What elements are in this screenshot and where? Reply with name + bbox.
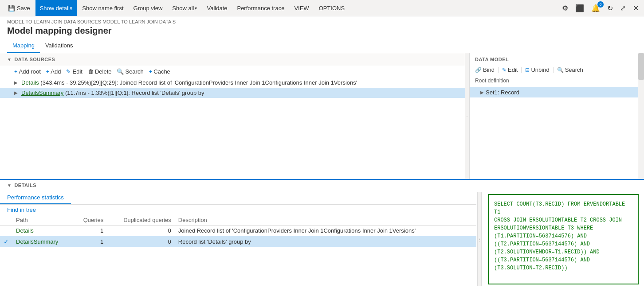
show-details-button[interactable]: Show details (35, 0, 77, 16)
tree-item[interactable]: ▶ Details (343.4ms - 39.25%)[29][Q:29]: … (0, 78, 465, 88)
col-check (0, 215, 12, 226)
path-link-details-summary[interactable]: DetailsSummary (16, 238, 58, 245)
performance-stats-tab[interactable]: Performance statistics (0, 191, 71, 204)
edit-icon: ✎ (66, 68, 71, 75)
validate-button[interactable]: Validate (202, 0, 232, 16)
tab-validations[interactable]: Validations (40, 39, 79, 53)
path-link-details[interactable]: Details (16, 227, 34, 234)
row2-dup: 0 (107, 236, 175, 247)
options-label: OPTIONS (319, 5, 345, 12)
app-wrapper: 💾 Save Show details Show name first Grou… (0, 0, 644, 288)
refresh-button[interactable]: ↻ (605, 3, 615, 13)
datasources-section-header: ▼ DATA SOURCES (0, 53, 465, 66)
sql-panel: SELECT COUNT(T3.RECID) FROM ERVENDORTABL… (488, 194, 639, 284)
root-definition: Root definition (470, 76, 638, 86)
dm-edit-button[interactable]: ✎ Edit (502, 66, 518, 74)
details-label: DETAILS (14, 183, 36, 188)
find-in-tree-link[interactable]: Find in tree (7, 206, 36, 213)
panel-drag-handle[interactable]: ⋮ (465, 53, 469, 179)
group-view-button[interactable]: Group view (129, 0, 167, 16)
tabs: Mapping Validations (0, 39, 644, 53)
check-icon: ✓ (4, 238, 9, 245)
delete-button[interactable]: 🗑 Delete (88, 67, 112, 76)
data-model-toolbar: 🔗 Bind ✎ Edit ⊟ Unbind (470, 64, 638, 76)
cache-button[interactable]: + Cache (149, 67, 170, 76)
group-view-label: Group view (134, 5, 163, 12)
view-button[interactable]: VIEW (290, 0, 313, 16)
options-button[interactable]: OPTIONS (314, 0, 349, 16)
row1-dup: 0 (107, 226, 175, 236)
details-collapse-icon[interactable]: ▼ (7, 183, 12, 188)
right-scrollbar (638, 53, 644, 179)
tree-item-text: Details (343.4ms - 39.25%)[29][Q:29]: Jo… (21, 79, 357, 86)
settings-icon-button[interactable]: ⚙ (560, 3, 570, 13)
details-inner-content: Performance statistics Find in tree (0, 191, 644, 288)
left-panel: ▼ DATA SOURCES + Add root + Add (0, 53, 465, 179)
details-drag-dots-icon: ⋮ (477, 237, 482, 242)
show-name-first-label: Show name first (82, 5, 123, 12)
table-row-selected[interactable]: ✓ DetailsSummary 1 0 Record list 'Detail… (0, 236, 476, 247)
save-label: Save (17, 5, 30, 12)
toolbar: 💾 Save Show details Show name first Grou… (0, 0, 644, 16)
save-button[interactable]: 💾 Save (4, 0, 35, 16)
add-icon: + (46, 68, 50, 75)
performance-trace-button[interactable]: Performance trace (232, 0, 289, 16)
search-button[interactable]: 🔍 Search (117, 67, 143, 76)
edit-button[interactable]: ✎ Edit (66, 67, 82, 76)
find-in-tree-area: Find in tree (0, 205, 476, 215)
unbind-icon: ⊟ (525, 67, 530, 73)
add-button[interactable]: + Add (46, 67, 61, 76)
drag-dots-icon: ⋮ (465, 114, 469, 119)
scrollbar-thumb[interactable] (638, 53, 644, 80)
tree-expand-icon-2[interactable]: ▶ (14, 90, 20, 95)
save-icon: 💾 (8, 5, 15, 12)
data-model-header: DATA MODEL (470, 53, 638, 64)
toolbar-separator-3 (553, 67, 554, 73)
dm-tree-expand-icon[interactable]: ▶ (480, 90, 484, 95)
view-label: VIEW (294, 5, 309, 12)
add-root-icon: + (14, 68, 18, 75)
bind-icon: 🔗 (475, 67, 482, 73)
expand-button[interactable]: ⤢ (618, 3, 628, 13)
show-name-first-button[interactable]: Show name first (78, 0, 128, 16)
table-header-row: Path Queries Duplicated queries (0, 215, 476, 226)
show-all-button[interactable]: Show all ▾ (168, 0, 201, 16)
datasources-toggle[interactable]: ▼ (7, 57, 12, 62)
datasource-toolbar: + Add root + Add ✎ Edit 🗑 (0, 66, 465, 78)
validate-label: Validate (207, 5, 227, 12)
tab-mapping[interactable]: Mapping (7, 39, 40, 53)
row1-queries: 1 (73, 226, 107, 236)
details-header: ▼ DETAILS (0, 180, 644, 191)
notification-count: 0 (597, 1, 604, 8)
row1-path: Details (12, 226, 73, 236)
details-drag-handle[interactable]: ⋮ (477, 192, 482, 286)
unbind-button[interactable]: ⊟ Unbind (525, 66, 549, 74)
dm-tree-item-label: Set1: Record (486, 89, 519, 96)
page-title: Model mapping designer (0, 25, 644, 39)
close-button[interactable]: ✕ (631, 3, 640, 13)
data-model-tree-item[interactable]: ▶ Set1: Record (470, 87, 638, 97)
tree-expand-icon[interactable]: ▶ (14, 80, 20, 85)
row2-path: DetailsSummary (12, 236, 73, 247)
body-area: MODEL TO LEARN JOIN DATA SOURCES MODEL T… (0, 16, 644, 288)
row2-check: ✓ (0, 236, 12, 247)
tree-area: ▶ Details (343.4ms - 39.25%)[29][Q:29]: … (0, 78, 465, 179)
data-model-panel: DATA MODEL 🔗 Bind ✎ Edit (469, 53, 638, 179)
office-icon-button[interactable]: ⬛ (573, 3, 586, 13)
show-all-chevron-icon: ▾ (195, 6, 197, 11)
performance-table: Path Queries Duplicated queries (0, 215, 476, 247)
search-icon: 🔍 (117, 68, 124, 75)
toolbar-right-icons: ⚙ ⬛ 🔔 0 ↻ ⤢ ✕ (560, 3, 640, 13)
bind-button[interactable]: 🔗 Bind (475, 66, 495, 74)
tree-item-selected[interactable]: ▶ DetailsSummary (11.7ms - 1.33%)[1][Q:1… (0, 88, 465, 98)
table-row[interactable]: Details 1 0 Joined Record list of 'Confi… (0, 226, 476, 236)
toolbar-separator (498, 67, 499, 73)
row2-queries: 1 (73, 236, 107, 247)
show-details-label: Show details (40, 5, 73, 12)
datasources-label: DATA SOURCES (14, 57, 55, 62)
add-root-button[interactable]: + Add root (14, 67, 41, 76)
details-left-panel: Performance statistics Find in tree (0, 191, 476, 288)
dm-search-button[interactable]: 🔍 Search (557, 66, 583, 74)
notification-badge: 🔔 0 (589, 3, 602, 13)
col-dup-queries: Duplicated queries (107, 215, 175, 226)
